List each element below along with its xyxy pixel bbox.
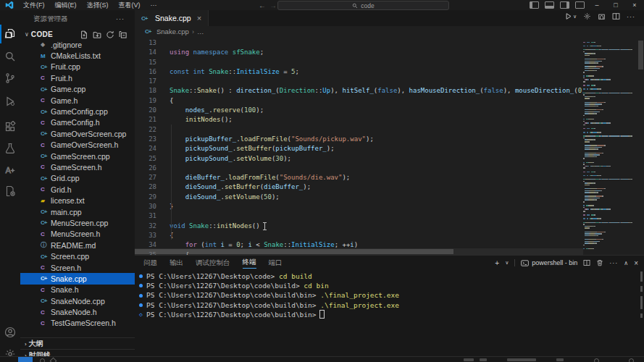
warnings-indicator-icon[interactable] (50, 358, 57, 362)
tab-terminal[interactable]: 终端 (243, 258, 256, 269)
build-icon[interactable] (598, 12, 606, 20)
file-item-license.txt[interactable]: ▰license.txt (20, 195, 135, 206)
close-button[interactable]: × (625, 0, 644, 10)
code-line-26[interactable] (170, 164, 583, 173)
account-icon[interactable] (4, 327, 16, 338)
code-line-30[interactable]: } (170, 202, 583, 211)
file-item-SnakeNode.cpp[interactable]: C+SnakeNode.cpp (20, 295, 135, 306)
file-item-Fruit.cpp[interactable]: C+Fruit.cpp (20, 62, 135, 72)
menu-more[interactable]: ··· (146, 0, 162, 10)
code-line-20[interactable]: nodes_.reserve(100); (170, 106, 583, 115)
cmake-tools-icon[interactable] (4, 185, 16, 197)
split-terminal-icon[interactable] (583, 259, 590, 266)
file-item-GameConfig.cpp[interactable]: C+GameConfig.cpp (20, 106, 135, 117)
search-view-icon[interactable] (4, 51, 16, 62)
code-line-16[interactable]: const int Snake::InitialSize = 5; (170, 67, 583, 77)
command-center-search[interactable]: code (277, 1, 449, 10)
code-line-25[interactable]: pickupSound_.setVolume(30); (170, 154, 583, 164)
code-line-24[interactable]: pickupSound_.setBuffer(pickupBuffer_); (170, 144, 583, 153)
terminal-line[interactable]: PS C:\Users\12267\Desktop\code\build> cd… (139, 281, 399, 290)
testing-icon[interactable] (4, 143, 16, 154)
file-item-TestGameScreen.h[interactable]: CTestGameScreen.h (20, 318, 135, 329)
code-line-27[interactable]: dieBuffer_.loadFromFile("Sounds/die.wav"… (170, 173, 583, 182)
new-folder-icon[interactable] (93, 30, 101, 39)
file-item-GameScreen.cpp[interactable]: C+GameScreen.cpp (20, 151, 135, 161)
outline-section[interactable]: › 大纲 (20, 337, 135, 350)
file-item-MenuScreen.cpp[interactable]: C+MenuScreen.cpp (20, 217, 135, 228)
close-panel-icon[interactable]: × (634, 259, 638, 267)
breadcrumb[interactable]: C+ Snake.cpp › … (135, 26, 644, 37)
tab-snake-cpp[interactable]: C+ Snake.cpp × (135, 10, 209, 26)
editor-vertical-scrollbar[interactable] (637, 38, 644, 255)
editor-more-actions[interactable]: ··· (627, 13, 635, 20)
toggle-secondary-sidebar-icon[interactable] (560, 1, 569, 9)
terminal-dropdown-icon[interactable]: ∨ (505, 260, 509, 266)
file-item-Game.h[interactable]: CGame.h (20, 95, 135, 106)
terminal-line[interactable]: PS C:\Users\12267\Desktop\code> cd build (139, 272, 399, 281)
editor-horizontal-scrollbar[interactable] (135, 248, 583, 255)
file-item-README.md[interactable]: ⓘREADME.md (20, 240, 135, 251)
code-line-31[interactable] (170, 211, 583, 221)
maximize-button[interactable]: □ (606, 0, 625, 10)
status-item[interactable] (464, 358, 474, 361)
tab-ports[interactable]: 端口 (269, 258, 283, 268)
file-item-SnakeNode.h[interactable]: CSnakeNode.h (20, 306, 135, 317)
minimize-button[interactable]: – (587, 0, 606, 10)
file-item-CMakeLists.txt[interactable]: MCMakeLists.txt (20, 50, 135, 61)
panel-more-actions[interactable]: ··· (609, 259, 618, 266)
file-item-Game.cpp[interactable]: C+Game.cpp (20, 84, 135, 95)
code-line-28[interactable]: dieSound_.setBuffer(dieBuffer_); (170, 182, 583, 192)
code-line-29[interactable]: dieSound_.setVolume(50); (170, 193, 583, 202)
breadcrumb-symbol[interactable]: … (197, 28, 204, 35)
code-line-33[interactable]: { (170, 231, 583, 240)
file-item-GameOverScreen.h[interactable]: CGameOverScreen.h (20, 140, 135, 151)
menu-view[interactable]: 查看(V) (114, 0, 146, 10)
toggle-panel-icon[interactable] (545, 1, 554, 9)
code-line-15[interactable] (170, 58, 583, 67)
status-item[interactable] (507, 358, 536, 361)
minimap[interactable] (583, 38, 637, 256)
run-settings-icon[interactable] (583, 12, 591, 20)
file-item-GameConfig.h[interactable]: CGameConfig.h (20, 117, 135, 128)
terminal-line[interactable]: PS C:\Users\12267\Desktop\code\build\bin… (139, 300, 399, 310)
terminal-line[interactable]: ◇PS C:\Users\12267\Desktop\code\build\bi… (139, 310, 399, 319)
file-item-GameScreen.h[interactable]: CGameScreen.h (20, 161, 135, 172)
toggle-sidebar-icon[interactable] (530, 1, 539, 9)
status-item[interactable] (594, 358, 599, 362)
code-line-13[interactable] (170, 38, 583, 48)
code-line-17[interactable] (170, 77, 583, 86)
file-item-Screen.h[interactable]: CScreen.h (20, 262, 135, 273)
status-item[interactable] (480, 358, 487, 361)
terminal-line[interactable]: PS C:\Users\12267\Desktop\code\build\bin… (139, 290, 399, 300)
tab-output[interactable]: 输出 (170, 258, 183, 268)
explorer-icon[interactable] (4, 28, 16, 39)
customize-layout-icon[interactable] (575, 1, 585, 9)
file-item-Screen.cpp[interactable]: C+Screen.cpp (20, 251, 135, 261)
ai-translate-icon[interactable]: A (4, 164, 16, 175)
source-control-icon[interactable] (4, 72, 16, 84)
maximize-panel-icon[interactable]: ∧ (624, 260, 628, 266)
file-item-Snake.h[interactable]: CSnake.h (20, 285, 135, 295)
terminal-scrollbar[interactable] (640, 272, 643, 322)
file-item-Fruit.h[interactable]: CFruit.h (20, 72, 135, 83)
code-line-23[interactable]: pickupBuffer_.loadFromFile("Sounds/picku… (170, 135, 583, 144)
file-item-.gitignore[interactable]: ◆.gitignore (20, 39, 135, 50)
breadcrumb-file[interactable]: Snake.cpp (156, 28, 189, 35)
kill-terminal-icon[interactable] (596, 259, 603, 266)
tab-problems[interactable]: 问题 (143, 258, 157, 268)
file-item-Grid.cpp[interactable]: C+Grid.cpp (20, 173, 135, 184)
code-area[interactable]: 1314151617181920212223242526272829303132… (135, 38, 583, 255)
terminal-lines[interactable]: PS C:\Users\12267\Desktop\code> cd build… (139, 272, 399, 319)
file-item-main.cpp[interactable]: C+main.cpp (20, 206, 135, 217)
file-item-GameOverScreen.cpp[interactable]: C+GameOverScreen.cpp (20, 128, 135, 139)
code-line-32[interactable]: void Snake::initNodes() (170, 222, 583, 231)
split-editor-icon[interactable] (612, 12, 620, 20)
menu-edit[interactable]: 编辑(E) (50, 0, 82, 10)
extensions-icon[interactable] (4, 121, 16, 132)
code-line-22[interactable] (170, 125, 583, 135)
terminal-instance[interactable]: powershell - bin (521, 259, 577, 266)
run-dropdown-icon[interactable]: ∨ (573, 14, 577, 20)
menu-selection[interactable]: 选择(S) (82, 0, 114, 10)
file-item-Snake.cpp[interactable]: C+Snake.cpp (20, 273, 135, 284)
notifications-bell-icon[interactable] (629, 358, 634, 362)
